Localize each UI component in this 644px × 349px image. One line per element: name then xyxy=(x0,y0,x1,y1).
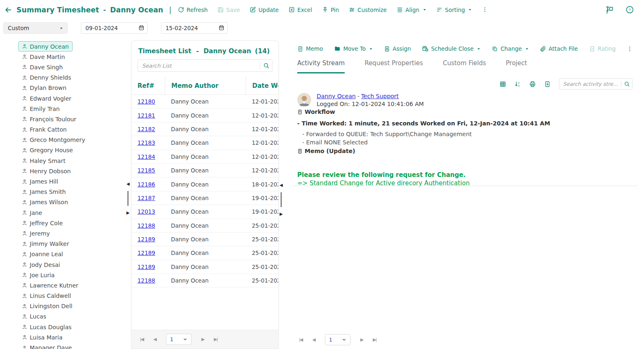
column-header-memo-author[interactable]: Memo Author xyxy=(165,77,246,94)
sidebar-user-item[interactable]: François Toulour xyxy=(18,114,80,124)
memo-button[interactable]: Memo xyxy=(297,45,323,52)
rating-button[interactable]: Rating xyxy=(589,45,616,52)
sidebar-user-item[interactable]: Frank Catton xyxy=(18,125,71,135)
prev-page-icon[interactable]: ◀ xyxy=(312,337,315,342)
last-page-icon[interactable]: ▶| xyxy=(214,337,217,342)
expand-right-icon[interactable]: ▶ xyxy=(279,212,283,216)
align-button[interactable]: Align xyxy=(397,7,426,13)
ref-link[interactable]: 12180 xyxy=(137,98,155,105)
sidebar-user-item[interactable]: Greco Montgomery xyxy=(18,135,89,145)
date-from-input[interactable] xyxy=(81,22,148,34)
date-to-input[interactable] xyxy=(161,22,228,34)
sidebar-user-item[interactable]: Denny Shields xyxy=(18,73,75,83)
date-from-field[interactable] xyxy=(81,22,148,34)
sidebar-user-item[interactable]: Jeffrey Cole xyxy=(18,218,66,228)
sidebar-user-item[interactable]: Lucas Douglas xyxy=(18,322,75,332)
schedule-close-button[interactable]: Schedule Close xyxy=(422,45,481,52)
tab[interactable]: Activity Stream xyxy=(297,59,345,73)
assign-button[interactable]: Assign xyxy=(384,45,411,52)
save-button[interactable]: Save xyxy=(218,7,240,13)
splitter-handle[interactable] xyxy=(281,192,282,207)
tab[interactable]: Custom Fields xyxy=(443,59,486,73)
tab[interactable]: Project xyxy=(506,59,527,73)
sort-za-icon[interactable]: ZA xyxy=(514,81,521,87)
customize-button[interactable]: Customize xyxy=(349,7,387,13)
author-link[interactable]: Danny Ocean xyxy=(317,93,356,99)
sidebar-user-item[interactable]: Linus Caldwell xyxy=(18,291,75,301)
move-to-button[interactable]: Move To xyxy=(334,45,373,52)
first-page-icon[interactable]: |◀ xyxy=(299,337,302,342)
team-link[interactable]: Tech Support xyxy=(361,93,399,99)
list-search-input[interactable] xyxy=(137,59,272,72)
ref-link[interactable]: 12183 xyxy=(137,139,155,146)
sidebar-user-item[interactable]: James Smith xyxy=(18,187,69,197)
first-page-icon[interactable]: |◀ xyxy=(140,337,143,342)
column-header-ref[interactable]: Ref# xyxy=(137,77,165,94)
user-exit-icon[interactable] xyxy=(605,5,614,14)
ref-link[interactable]: 12189 xyxy=(137,236,155,243)
sidebar-user-item[interactable]: Henry Dobson xyxy=(18,166,74,176)
sidebar-user-item[interactable]: Haley Smart xyxy=(18,156,69,166)
sidebar-user-item[interactable]: Manager Dave xyxy=(18,342,76,349)
sidebar-user-item[interactable]: Dave Singh xyxy=(18,62,66,72)
ref-link[interactable]: 12182 xyxy=(137,126,155,132)
date-to-field[interactable] xyxy=(161,22,228,34)
sidebar-user-item[interactable]: Jane xyxy=(18,208,46,218)
export-pdf-icon[interactable] xyxy=(544,81,551,87)
ref-link[interactable]: 12188 xyxy=(137,277,155,284)
panel-splitter-left[interactable]: ◀ ▶ xyxy=(125,182,131,215)
collapse-left-icon[interactable]: ◀ xyxy=(279,183,283,187)
date-range-select[interactable]: Custom xyxy=(3,22,68,34)
next-page-icon[interactable]: ▶ xyxy=(201,337,204,342)
attach-file-button[interactable]: Attach File xyxy=(540,45,578,52)
calendar-icon[interactable] xyxy=(218,25,225,31)
expand-right-icon[interactable]: ▶ xyxy=(126,211,130,215)
page-select[interactable]: 1 xyxy=(325,334,350,345)
change-button[interactable]: Change xyxy=(492,45,529,52)
sidebar-user-item[interactable]: Emily Tran xyxy=(18,104,64,114)
sidebar-user-item[interactable]: Dylan Brown xyxy=(18,83,70,93)
sidebar-user-item[interactable]: Gregory House xyxy=(18,145,77,156)
help-icon[interactable]: ? xyxy=(625,5,634,14)
splitter-handle[interactable] xyxy=(128,191,128,206)
sidebar-user-item[interactable]: Edward Vogler xyxy=(18,93,75,104)
excel-button[interactable]: Excel xyxy=(289,7,312,13)
ref-link[interactable]: 12181 xyxy=(137,112,155,119)
calendar-icon[interactable] xyxy=(138,25,144,31)
ref-link[interactable]: 12186 xyxy=(137,181,155,188)
print-icon[interactable] xyxy=(529,81,536,87)
next-page-icon[interactable]: ▶ xyxy=(360,337,363,342)
sidebar-user-item[interactable]: Joanne Leal xyxy=(18,249,67,259)
sidebar-user-item[interactable]: Luisa Maria xyxy=(18,332,66,342)
tab[interactable]: Request Properties xyxy=(365,59,423,73)
sidebar-user-item[interactable]: Jody Desai xyxy=(18,259,64,270)
ref-link[interactable]: 12184 xyxy=(137,153,155,160)
sidebar-user-item[interactable]: Joe Luria xyxy=(18,270,58,280)
ref-link[interactable]: 12188 xyxy=(137,222,155,229)
page-select[interactable]: 1 xyxy=(166,334,192,345)
more-options-icon[interactable] xyxy=(482,7,488,13)
sidebar-user-item[interactable]: James Wilson xyxy=(18,197,72,208)
ref-link[interactable]: 12187 xyxy=(137,195,155,201)
sidebar-user-item[interactable]: Jimmy Walker xyxy=(18,239,73,249)
prev-page-icon[interactable]: ◀ xyxy=(153,337,156,342)
sidebar-user-item[interactable]: James Hill xyxy=(18,176,62,186)
sidebar-user-item[interactable]: Livingston Dell xyxy=(18,301,76,311)
grid-view-icon[interactable] xyxy=(500,81,506,87)
search-icon[interactable] xyxy=(260,62,270,69)
panel-splitter-right[interactable]: ◀ ▶ xyxy=(278,183,284,216)
sidebar-user-item[interactable]: Lucas xyxy=(18,311,50,322)
ref-link[interactable]: 12189 xyxy=(137,264,155,270)
sidebar-user-item[interactable]: Lawrence Kutner xyxy=(18,280,82,290)
last-page-icon[interactable]: ▶| xyxy=(373,337,376,342)
back-icon[interactable] xyxy=(4,6,12,14)
collapse-left-icon[interactable]: ◀ xyxy=(126,182,130,186)
ref-link[interactable]: 12185 xyxy=(137,167,155,174)
update-button[interactable]: Update xyxy=(250,7,279,13)
sidebar-user-item[interactable]: Jeremy xyxy=(18,228,54,238)
search-icon[interactable] xyxy=(621,81,630,87)
ref-link[interactable]: 12189 xyxy=(137,250,155,256)
sidebar-user-item[interactable]: Danny Ocean xyxy=(18,41,73,52)
refresh-button[interactable]: Refresh xyxy=(178,7,208,13)
ref-link[interactable]: 12013 xyxy=(137,208,155,215)
